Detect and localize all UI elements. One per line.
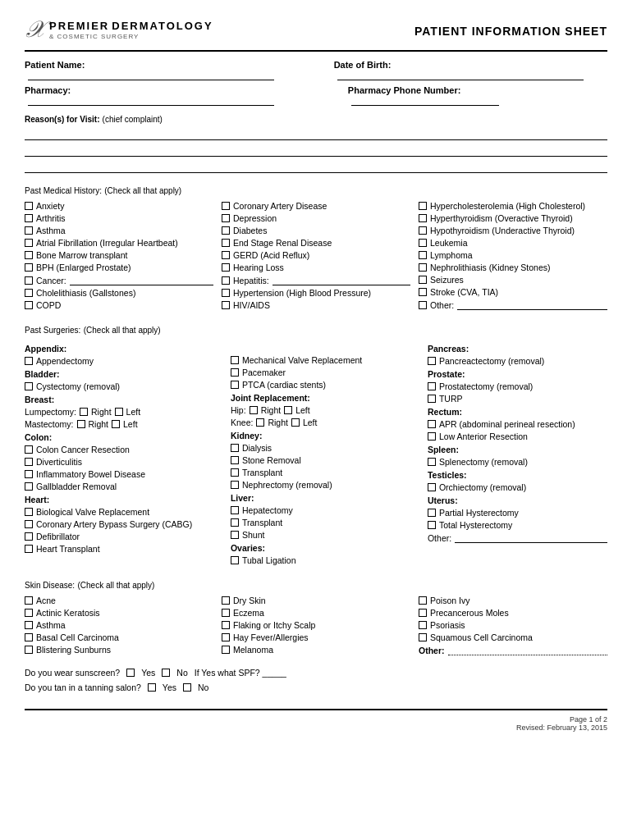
checkbox[interactable] xyxy=(231,506,239,514)
checkbox[interactable] xyxy=(428,382,436,390)
checkbox[interactable] xyxy=(250,406,258,414)
list-item: Orchiectomy (removal) xyxy=(428,482,607,492)
checkbox[interactable] xyxy=(25,458,33,466)
checkbox[interactable] xyxy=(222,301,230,309)
checkbox[interactable] xyxy=(419,226,427,235)
reason-line-2[interactable] xyxy=(25,144,607,157)
reason-line-1[interactable] xyxy=(25,127,607,140)
checkbox[interactable] xyxy=(25,621,33,629)
checkbox[interactable] xyxy=(419,633,427,641)
checkbox[interactable] xyxy=(222,239,230,247)
revision-date: Revised: February 13, 2015 xyxy=(25,724,607,732)
checkbox[interactable] xyxy=(25,646,33,654)
checkbox[interactable] xyxy=(25,633,33,641)
checkbox[interactable] xyxy=(25,202,33,210)
checkbox[interactable] xyxy=(222,596,230,605)
checkbox[interactable] xyxy=(25,508,33,516)
patient-name-line[interactable] xyxy=(28,70,274,80)
checkbox[interactable] xyxy=(419,263,427,272)
checkbox[interactable] xyxy=(25,289,33,297)
checkbox[interactable] xyxy=(25,357,33,365)
checkbox[interactable] xyxy=(25,239,33,247)
checkbox[interactable] xyxy=(419,239,427,247)
reason-line-3[interactable] xyxy=(25,160,607,173)
checkbox[interactable] xyxy=(231,444,239,452)
checkbox[interactable] xyxy=(419,621,427,629)
checkbox[interactable] xyxy=(428,483,436,491)
checkbox[interactable] xyxy=(25,226,33,235)
pharmacy-phone-line[interactable] xyxy=(351,95,499,106)
checkbox[interactable] xyxy=(231,381,239,389)
tanning-no-checkbox[interactable] xyxy=(183,683,191,692)
checkbox[interactable] xyxy=(25,520,33,528)
checkbox[interactable] xyxy=(222,621,230,629)
list-item: Hearing Loss xyxy=(222,262,410,272)
checkbox[interactable] xyxy=(25,482,33,491)
checkbox[interactable] xyxy=(419,301,427,309)
checkbox[interactable] xyxy=(25,609,33,617)
checkbox[interactable] xyxy=(80,408,88,416)
checkbox[interactable] xyxy=(231,531,239,539)
checkbox[interactable] xyxy=(419,251,427,259)
sunscreen-yes-checkbox[interactable] xyxy=(126,669,135,677)
list-item: Defibrillator xyxy=(25,532,222,541)
checkbox[interactable] xyxy=(428,458,436,466)
checkbox[interactable] xyxy=(428,395,436,403)
checkbox[interactable] xyxy=(419,288,427,296)
checkbox[interactable] xyxy=(291,418,300,427)
checkbox[interactable] xyxy=(256,418,264,427)
checkbox[interactable] xyxy=(231,356,239,364)
checkbox[interactable] xyxy=(25,263,33,272)
checkbox[interactable] xyxy=(25,445,33,454)
checkbox[interactable] xyxy=(428,357,436,365)
checkbox[interactable] xyxy=(428,420,436,428)
checkbox[interactable] xyxy=(428,521,436,529)
checkbox[interactable] xyxy=(25,382,33,390)
checkbox[interactable] xyxy=(222,251,230,259)
checkbox[interactable] xyxy=(222,263,230,272)
checkbox[interactable] xyxy=(231,368,239,377)
checkbox[interactable] xyxy=(25,470,33,478)
skin-col1: Acne Actinic Keratosis Asthma Basal Cell… xyxy=(25,596,213,658)
checkbox[interactable] xyxy=(222,276,230,285)
checkbox[interactable] xyxy=(231,556,239,564)
list-item: Partial Hysterectomy xyxy=(428,508,607,518)
checkbox[interactable] xyxy=(419,609,427,617)
checkbox[interactable] xyxy=(222,646,230,654)
checkbox[interactable] xyxy=(284,406,292,414)
checkbox[interactable] xyxy=(25,545,33,553)
tanning-yes-checkbox[interactable] xyxy=(148,683,156,692)
checkbox[interactable] xyxy=(222,633,230,641)
checkbox[interactable] xyxy=(222,214,230,222)
checkbox[interactable] xyxy=(222,289,230,297)
checkbox[interactable] xyxy=(25,276,33,285)
checkbox[interactable] xyxy=(115,408,123,416)
checkbox[interactable] xyxy=(25,214,33,222)
checkbox[interactable] xyxy=(231,481,239,489)
checkbox[interactable] xyxy=(25,251,33,259)
sunscreen-no-checkbox[interactable] xyxy=(162,669,170,677)
checkbox[interactable] xyxy=(419,202,427,210)
list-item: Nephrectomy (removal) xyxy=(231,480,419,490)
checkbox[interactable] xyxy=(77,420,85,428)
checkbox[interactable] xyxy=(428,509,436,517)
checkbox[interactable] xyxy=(222,609,230,617)
checkbox[interactable] xyxy=(419,214,427,222)
checkbox[interactable] xyxy=(419,276,427,284)
checkbox[interactable] xyxy=(231,518,239,527)
checkbox[interactable] xyxy=(25,532,33,541)
list-item: TURP xyxy=(428,394,607,404)
checkbox[interactable] xyxy=(112,420,120,428)
checkbox[interactable] xyxy=(25,596,33,605)
checkbox[interactable] xyxy=(231,456,239,464)
checkbox[interactable] xyxy=(222,202,230,210)
checkbox[interactable] xyxy=(222,226,230,235)
pharmacy-line[interactable] xyxy=(28,95,274,106)
skin-disease-title: Skin Disease: (Check all that apply) xyxy=(25,579,607,591)
checkbox[interactable] xyxy=(428,432,436,441)
dob-line[interactable] xyxy=(337,70,584,80)
checkbox[interactable] xyxy=(419,596,427,605)
past-surgeries-columns: Appendix: Appendectomy Bladder: Cystecto… xyxy=(25,340,607,568)
checkbox[interactable] xyxy=(231,468,239,477)
checkbox[interactable] xyxy=(25,301,33,309)
